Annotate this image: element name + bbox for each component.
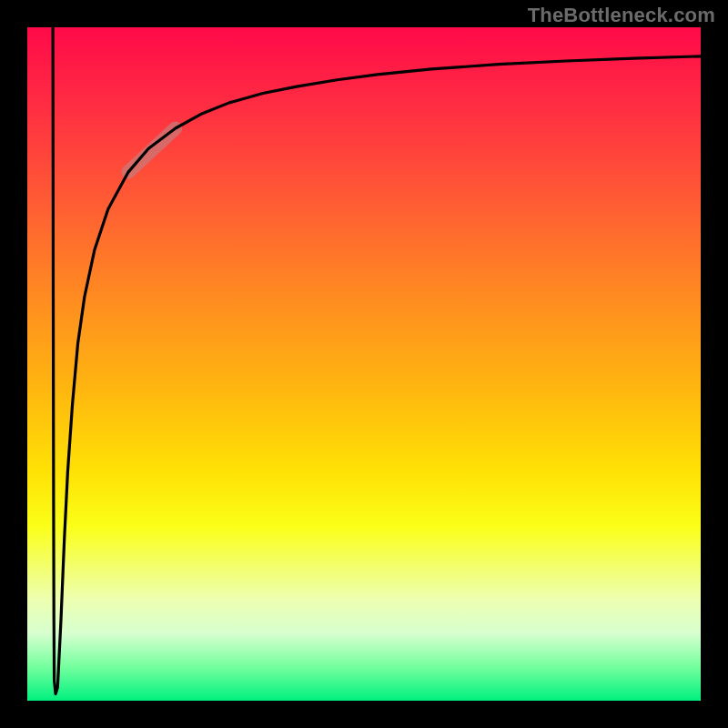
bottleneck-curve [53,27,701,694]
plot-area [27,27,701,701]
watermark-label: TheBottleneck.com [528,4,715,27]
chart-frame: TheBottleneck.com [0,0,728,728]
plot-svg [27,27,701,701]
